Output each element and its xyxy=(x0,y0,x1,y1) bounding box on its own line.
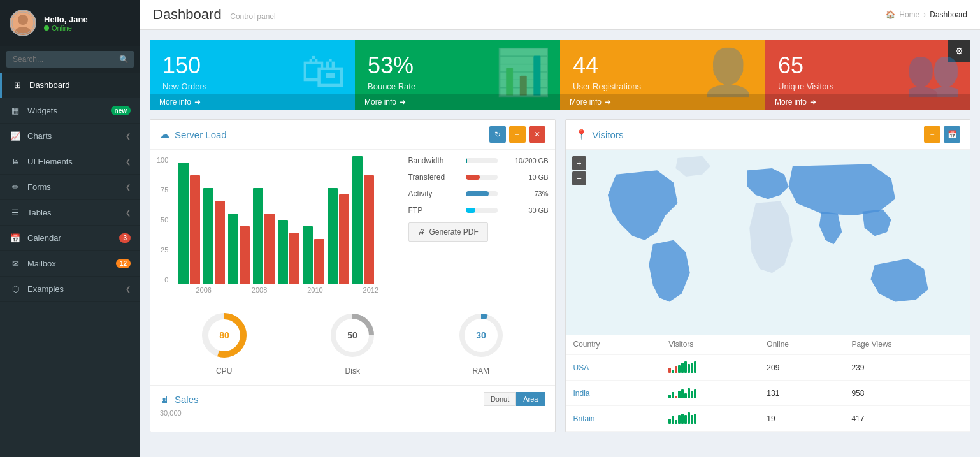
metrics-panel: Bandwidth 10/200 GB Transfered 10 GB xyxy=(408,156,549,294)
britain-page-views: 417 xyxy=(844,406,970,432)
refresh-button[interactable]: ↻ xyxy=(489,126,506,143)
bar-chart: 100 75 50 25 0 xyxy=(157,156,399,294)
bars-container xyxy=(178,156,398,284)
bounce-rate-footer[interactable]: More info ➜ xyxy=(355,94,560,110)
india-sparkline xyxy=(668,386,696,398)
ftp-bar-wrap xyxy=(466,208,498,213)
mailbox-icon: ✉ xyxy=(10,259,21,268)
activity-value: 73% xyxy=(498,190,549,198)
visitors-table-head: Country Visitors Online Page Views xyxy=(566,335,970,354)
ftp-label: FTP xyxy=(408,206,466,215)
cpu-donut: 80 CPU xyxy=(199,310,250,375)
sidebar-item-widgets[interactable]: ▦ Widgets new xyxy=(0,98,140,124)
content-area: 150 New Orders 🛍 More info ➜ 53% Bounce … xyxy=(140,30,980,457)
breadcrumb-home[interactable]: Home xyxy=(899,10,919,19)
india-online: 131 xyxy=(759,381,844,406)
generate-pdf-button[interactable]: 🖨 Generate PDF xyxy=(408,222,488,242)
bounce-rate-icon: 📊 xyxy=(495,46,551,98)
arrow-icon: ➜ xyxy=(400,98,406,106)
sidebar-item-examples[interactable]: ⬡ Examples ❮ xyxy=(0,277,140,302)
bar-green xyxy=(328,188,338,284)
zoom-out-button[interactable]: − xyxy=(572,171,586,185)
sales-tab-donut[interactable]: Donut xyxy=(484,392,516,406)
cpu-label: CPU xyxy=(199,366,250,375)
visitors-calendar-button[interactable]: 📅 xyxy=(944,126,960,143)
svg-text:80: 80 xyxy=(219,330,229,340)
country-britain: Britain xyxy=(573,414,595,423)
sidebar-item-ui-elements[interactable]: 🖥 UI Elements ❮ xyxy=(0,149,140,175)
new-orders-footer[interactable]: More info ➜ xyxy=(150,94,355,110)
world-map-container: + − xyxy=(566,150,970,335)
calendar-icon: 📅 xyxy=(10,233,21,243)
bar-group-3 xyxy=(228,214,250,284)
donut-row: 80 CPU 50 Disk xyxy=(150,300,555,385)
stat-card-user-reg: 44 User Registrations 👤 More info ➜ xyxy=(560,40,765,110)
sales-tabs: Donut Area xyxy=(484,392,545,406)
transfered-bar-wrap xyxy=(466,175,498,180)
ftp-value: 30 GB xyxy=(498,207,549,214)
unique-visitors-footer[interactable]: More info ➜ xyxy=(765,94,970,110)
ui-icon: 🖥 xyxy=(10,157,21,166)
stat-card-bounce-rate: 53% Bounce Rate 📊 More info ➜ xyxy=(355,40,560,110)
bandwidth-metric: Bandwidth 10/200 GB xyxy=(408,156,549,165)
sales-tab-area[interactable]: Area xyxy=(516,392,545,406)
arrow-icon: ➜ xyxy=(810,98,816,106)
minimize-button[interactable]: − xyxy=(509,126,526,143)
ram-donut: 30 RAM xyxy=(456,310,507,375)
breadcrumb-current: Dashboard xyxy=(930,10,967,19)
y-axis: 100 75 50 25 0 xyxy=(157,156,173,284)
bar-red xyxy=(364,175,374,284)
pdf-icon: 🖨 xyxy=(418,228,426,236)
bar-red xyxy=(240,226,250,284)
sidebar-item-dashboard[interactable]: ⊞ Dashboard xyxy=(0,73,140,98)
close-button[interactable]: ✕ xyxy=(529,126,545,143)
svg-text:30: 30 xyxy=(476,330,486,340)
zoom-in-button[interactable]: + xyxy=(572,156,586,170)
bar-group-6 xyxy=(303,226,324,284)
bar-group-7 xyxy=(328,188,349,284)
col-page-views: Page Views xyxy=(844,335,970,354)
location-icon: 📍 xyxy=(575,129,587,140)
visitors-title: 📍 Visitors xyxy=(575,129,624,140)
col-online: Online xyxy=(759,335,844,354)
search-input[interactable] xyxy=(6,51,134,68)
sales-icon: 🖩 xyxy=(160,394,169,405)
sidebar-item-mailbox[interactable]: ✉ Mailbox 12 xyxy=(0,251,140,277)
dashboard-icon: ⊞ xyxy=(11,80,23,90)
arrow-icon: ➜ xyxy=(605,98,611,106)
examples-icon: ⬡ xyxy=(10,284,21,294)
x-axis: 2006 2008 2010 2012 xyxy=(157,286,399,294)
sidebar-item-charts[interactable]: 📈 Charts ❮ xyxy=(0,124,140,149)
country-india: India xyxy=(573,389,590,398)
new-orders-icon: 🛍 xyxy=(301,46,345,97)
svg-point-0 xyxy=(18,15,28,25)
map-controls: + − xyxy=(572,156,586,185)
header: Dashboard Control panel 🏠 Home › Dashboa… xyxy=(140,0,980,30)
usa-sparkline xyxy=(668,360,696,373)
chevron-icon: ❮ xyxy=(126,286,131,293)
home-icon: 🏠 xyxy=(886,10,895,19)
bandwidth-bar xyxy=(466,158,468,163)
sidebar-item-forms[interactable]: ✏ Forms ❮ xyxy=(0,175,140,200)
main-two-col: ☁ Server Load ↻ − ✕ 100 xyxy=(150,119,970,442)
world-map-svg xyxy=(566,150,970,335)
activity-label: Activity xyxy=(408,189,466,198)
visitors-minimize-button[interactable]: − xyxy=(924,126,940,143)
status-dot xyxy=(44,25,49,31)
header-title: Dashboard Control panel xyxy=(153,6,276,23)
bar-green xyxy=(278,220,288,284)
sidebar-item-calendar[interactable]: 📅 Calendar 3 xyxy=(0,226,140,251)
stat-card-new-orders: 150 New Orders 🛍 More info ➜ xyxy=(150,40,355,110)
server-load-body: 100 75 50 25 0 xyxy=(150,150,555,300)
bandwidth-value: 10/200 GB xyxy=(498,157,549,164)
bar-red xyxy=(289,233,299,284)
sidebar-item-tables[interactable]: ☰ Tables ❮ xyxy=(0,200,140,226)
bandwidth-bar-wrap xyxy=(466,158,498,163)
bar-group-8 xyxy=(352,156,374,284)
bar-green xyxy=(253,188,263,284)
user-reg-footer[interactable]: More info ➜ xyxy=(560,94,765,110)
ram-label: RAM xyxy=(456,366,507,375)
widgets-badge: new xyxy=(111,106,131,115)
activity-bar-wrap xyxy=(466,191,498,196)
disk-label: Disk xyxy=(327,366,378,375)
